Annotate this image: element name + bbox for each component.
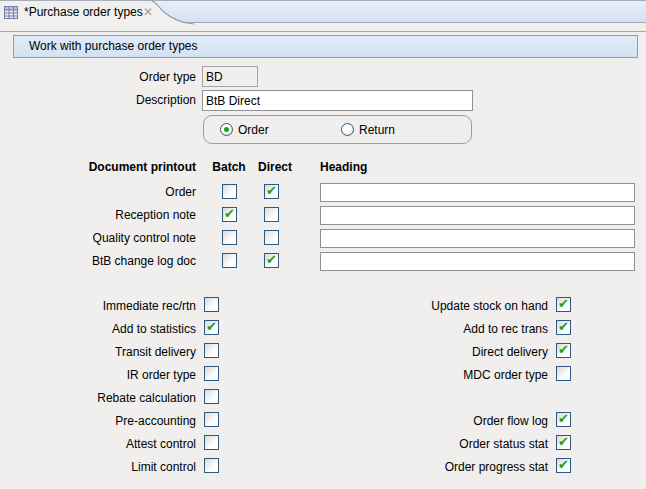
direct-delivery-checkbox[interactable] [556,343,571,358]
option-label: MDC order type [380,368,548,383]
direct-checkbox-btb-change-log[interactable] [264,253,279,268]
order-progress-stat-checkbox[interactable] [556,458,571,473]
option-label: Limit control [40,460,196,475]
batch-checkbox-reception-note[interactable] [222,207,237,222]
direct-column-header: Direct [252,160,298,175]
option-label: Attest control [40,437,196,452]
description-field[interactable] [202,90,473,111]
option-label: Pre-accounting [40,414,196,429]
section-header: Work with purchase order types [13,35,638,58]
batch-checkbox-order[interactable] [222,184,237,199]
description-label: Description [56,93,196,108]
document-printout-header: Document printout [40,160,196,175]
option-label: Order status stat [380,437,548,452]
ir-order-type-checkbox[interactable] [204,366,219,381]
tab-purchase-order-types[interactable]: *Purchase order types ✕ [0,0,192,25]
tab-title: *Purchase order types [24,5,143,19]
order-radio-label: Order [238,123,269,138]
heading-field-quality-control-note[interactable] [320,229,635,248]
attest-control-checkbox[interactable] [204,435,219,450]
option-label: Direct delivery [380,345,548,360]
update-stock-on-hand-checkbox[interactable] [556,297,571,312]
printout-row-label: Order [40,185,196,200]
batch-checkbox-btb-change-log[interactable] [222,253,237,268]
purchase-order-types-editor: *Purchase order types ✕ Work with purcha… [0,0,646,489]
option-label: Update stock on hand [380,299,548,314]
order-radio[interactable] [220,123,233,136]
order-type-field[interactable] [202,66,258,87]
limit-control-checkbox[interactable] [204,458,219,473]
heading-field-order[interactable] [320,183,635,202]
printout-row-label: Reception note [40,208,196,223]
immediate-rec-rtn-checkbox[interactable] [204,297,219,312]
order-return-group: Order Return [203,115,472,144]
batch-column-header: Batch [205,160,253,175]
add-to-statistics-checkbox[interactable] [204,320,219,335]
tab-close-icon[interactable]: ✕ [140,4,156,20]
printout-row-label: Quality control note [40,231,196,246]
tab-bar-top-border [0,0,646,1]
rebate-calculation-checkbox[interactable] [204,389,219,404]
tab-bar-underline [0,31,646,32]
option-label: Add to statistics [40,322,196,337]
option-label: Transit delivery [40,345,196,360]
option-label: Rebate calculation [40,391,196,406]
heading-field-reception-note[interactable] [320,206,635,225]
printout-row-label: BtB change log doc [40,254,196,269]
heading-column-header: Heading [320,160,420,175]
return-radio[interactable] [341,123,354,136]
order-type-label: Order type [56,70,196,85]
transit-delivery-checkbox[interactable] [204,343,219,358]
heading-field-btb-change-log[interactable] [320,252,635,271]
direct-checkbox-quality-control-note[interactable] [264,230,279,245]
pre-accounting-checkbox[interactable] [204,412,219,427]
mdc-order-type-checkbox[interactable] [556,366,571,381]
order-status-stat-checkbox[interactable] [556,435,571,450]
batch-checkbox-quality-control-note[interactable] [222,230,237,245]
order-flow-log-checkbox[interactable] [556,412,571,427]
section-header-title: Work with purchase order types [29,39,198,53]
option-label: IR order type [40,368,196,383]
return-radio-label: Return [359,123,395,138]
direct-checkbox-order[interactable] [264,184,279,199]
table-grid-icon [4,5,19,20]
option-label: Order flow log [380,414,548,429]
option-label: Order progress stat [380,460,548,475]
direct-checkbox-reception-note[interactable] [264,207,279,222]
add-to-rec-trans-checkbox[interactable] [556,320,571,335]
option-label: Add to rec trans [380,322,548,337]
option-label: Immediate rec/rtn [40,299,196,314]
